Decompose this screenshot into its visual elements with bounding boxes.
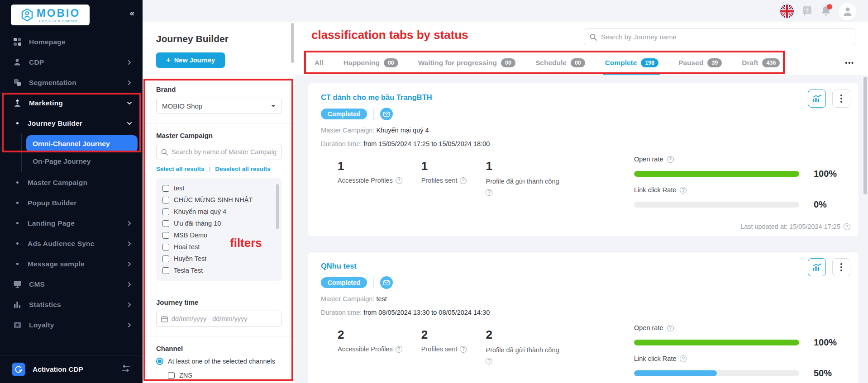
channel-checkbox-row[interactable]: ZNS: [168, 369, 281, 381]
sidebar-item-homepage[interactable]: Homepage: [0, 32, 143, 52]
loyalty-badge-icon: [13, 322, 22, 329]
page-scrollbar-thumb[interactable]: [863, 77, 867, 194]
swap-arrows-icon[interactable]: [121, 365, 131, 374]
journey-title[interactable]: QNhu test: [321, 262, 846, 270]
campaign-label: CHÚC MỪNG SINH NHẬT: [174, 196, 253, 203]
help-icon[interactable]: ?: [396, 177, 402, 184]
sidebar-collapse-icon[interactable]: «: [129, 8, 134, 18]
campaign-checkbox-row[interactable]: Khuyến mại quý 4: [162, 206, 275, 218]
checkbox-icon[interactable]: [162, 220, 169, 227]
campaign-checkbox-row[interactable]: Huyền Test: [162, 253, 275, 265]
sidebar-item-message-sample[interactable]: Message sample: [0, 254, 143, 274]
help-icon[interactable]: ?: [680, 355, 687, 362]
status-tab[interactable]: Complete 198: [605, 51, 658, 75]
checkbox-icon[interactable]: [168, 372, 175, 379]
campaign-checkbox-row[interactable]: CHÚC MỪNG SINH NHẬT: [162, 194, 275, 206]
bar-chart-icon: [13, 301, 22, 308]
sidebar-item-label: CMS: [29, 280, 45, 288]
help-icon[interactable]: ?: [486, 358, 492, 364]
checkbox-icon[interactable]: [162, 185, 169, 192]
checkbox-icon[interactable]: [162, 267, 169, 274]
journey-search-input[interactable]: [601, 33, 849, 41]
help-icon[interactable]: ?: [460, 177, 467, 184]
sidebar-item-on-page-journey[interactable]: On-Page Journey: [26, 152, 143, 170]
open-rate-label: Open rate: [634, 324, 663, 331]
account-avatar[interactable]: [839, 3, 856, 20]
checkbox-icon[interactable]: [162, 232, 169, 239]
new-journey-button[interactable]: + New Journey: [156, 52, 225, 68]
campaign-checkbox-row[interactable]: Tesla Test: [162, 265, 275, 276]
help-icon[interactable]: ?: [667, 156, 674, 163]
filter-panel-scrollbar-thumb[interactable]: [291, 23, 294, 63]
sidebar-item-cdp[interactable]: CDP: [0, 52, 143, 72]
sidebar-item-omni-channel-journey[interactable]: Omni-Channel Journey: [26, 135, 138, 152]
status-tab[interactable]: Waiting for progressing 00: [418, 51, 515, 75]
journey-search-box[interactable]: [584, 28, 855, 45]
status-tab[interactable]: Schedule 00: [535, 51, 585, 75]
notifications-bell-icon[interactable]: [820, 5, 831, 17]
sidebar-item-label: Homepage: [29, 38, 66, 46]
journey-time-range[interactable]: [156, 311, 281, 327]
checkbox-icon[interactable]: [162, 255, 169, 262]
campaign-checkbox-row[interactable]: Ưu đãi tháng 10: [162, 218, 275, 229]
sidebar-item-segmentation[interactable]: Segmentation: [0, 72, 143, 93]
rate-section: Open rate? 100% Link click Rate? 50%: [634, 324, 844, 383]
select-all-link[interactable]: Select all results: [156, 165, 205, 172]
master-campaign-search-input[interactable]: [172, 148, 277, 156]
sidebar-item-popup-builder[interactable]: Popup Builder: [0, 193, 143, 213]
checkbox-icon[interactable]: [162, 208, 169, 215]
help-icon[interactable]: ?: [844, 223, 850, 230]
campaign-checkbox-row[interactable]: Hoai test: [162, 241, 275, 253]
email-channel-icon: [380, 108, 393, 120]
campaign-label: Huyền Test: [174, 255, 206, 262]
status-tab[interactable]: Happening 00: [343, 51, 398, 75]
journey-title[interactable]: CT dành cho mẹ bầu TrangBTH: [321, 93, 846, 102]
campaign-label: Hoai test: [174, 243, 200, 251]
channel-radio-option[interactable]: At least one of the selected channels: [156, 358, 281, 365]
divider: [373, 108, 374, 120]
sidebar-item-journey-builder[interactable]: Journey Builder: [0, 113, 143, 133]
sidebar-item-label: Loyalty: [29, 321, 54, 329]
sidebar-item-master-campaign[interactable]: Master Campaign: [0, 172, 143, 193]
sidebar-item-ads-audience-sync[interactable]: Ads Audience Sync: [0, 233, 143, 254]
checkbox-icon[interactable]: [162, 244, 169, 251]
status-tab[interactable]: All: [315, 51, 324, 75]
journey-menu-button[interactable]: [832, 90, 850, 108]
status-tab[interactable]: Paused 39: [678, 51, 722, 75]
language-uk-flag-icon[interactable]: [780, 5, 794, 18]
monitor-icon: [13, 281, 22, 288]
journey-time-input[interactable]: [172, 315, 277, 322]
journey-builder-app: MOBIO CDP & CEM Platform « Homepage CDP: [0, 0, 868, 383]
campaign-checkbox-row[interactable]: test: [162, 182, 275, 194]
campaign-checkbox-row[interactable]: MSB Demo: [162, 229, 275, 241]
more-options-icon[interactable]: •••: [845, 59, 854, 66]
journey-menu-button[interactable]: [832, 258, 850, 276]
help-icon[interactable]: ?: [460, 346, 467, 353]
help-icon[interactable]: ?: [396, 346, 402, 353]
stat-label: Profile đã gửi thành công: [486, 346, 559, 354]
help-icon[interactable]: ?: [667, 325, 674, 331]
open-rate-bar: [634, 340, 799, 345]
report-chart-icon: [812, 95, 821, 103]
sidebar-item-loyalty[interactable]: Loyalty: [0, 315, 143, 335]
status-tab[interactable]: Draft 436: [742, 51, 780, 75]
deselect-all-link[interactable]: Deselect all results: [215, 165, 270, 172]
sidebar-item-cms[interactable]: CMS: [0, 274, 143, 294]
chevron-right-icon: [127, 80, 132, 85]
radio-selected-icon[interactable]: [156, 358, 163, 365]
journey-report-button[interactable]: [808, 90, 826, 108]
sidebar-item-marketing[interactable]: Marketing: [0, 93, 143, 113]
help-icon[interactable]: ?: [680, 187, 687, 194]
help-icon[interactable]: ?: [801, 6, 813, 17]
brand-select[interactable]: MOBIO Shop: [156, 98, 281, 114]
journey-card: CT dành cho mẹ bầu TrangBTH Completed Ma…: [308, 83, 859, 237]
list-scrollbar-thumb[interactable]: [276, 184, 279, 229]
sidebar-item-statistics[interactable]: Statistics: [0, 294, 143, 315]
journey-report-button[interactable]: [808, 258, 826, 276]
master-campaign-search[interactable]: [156, 144, 281, 160]
master-campaign-meta-value: test: [377, 295, 387, 303]
mobio-logo[interactable]: MOBIO CDP & CEM Platform: [11, 5, 90, 25]
sidebar-item-landing-page[interactable]: Landing Page: [0, 213, 143, 233]
checkbox-icon[interactable]: [162, 197, 169, 203]
help-icon[interactable]: ?: [486, 189, 492, 196]
